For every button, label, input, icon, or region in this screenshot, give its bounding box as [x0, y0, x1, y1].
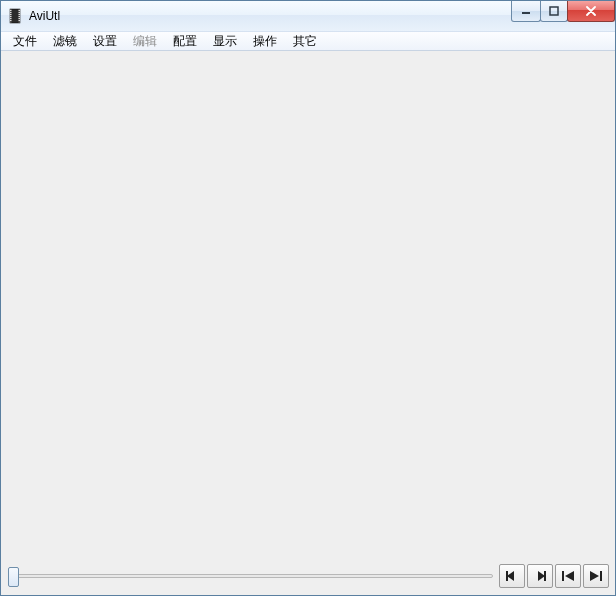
menu-filter[interactable]: 滤镜 [45, 31, 85, 52]
svg-rect-16 [550, 7, 558, 15]
svg-rect-8 [10, 20, 12, 21]
seek-thumb[interactable] [8, 567, 19, 587]
skip-end-button[interactable] [583, 564, 609, 588]
step-forward-icon [533, 570, 547, 582]
svg-rect-5 [10, 14, 12, 15]
titlebar[interactable]: AviUtl [1, 1, 615, 31]
svg-rect-18 [506, 571, 508, 581]
menu-edit[interactable]: 编辑 [125, 31, 165, 52]
transport-bar [7, 559, 609, 589]
skip-end-icon [589, 570, 603, 582]
menubar: 文件 滤镜 设置 编辑 配置 显示 操作 其它 [1, 31, 615, 51]
svg-rect-12 [19, 16, 21, 17]
svg-rect-14 [19, 20, 21, 21]
client-area [1, 51, 615, 595]
step-back-button[interactable] [499, 564, 525, 588]
svg-rect-11 [19, 14, 21, 15]
window-title: AviUtl [29, 9, 60, 23]
svg-marker-19 [538, 571, 545, 581]
seek-track [9, 574, 493, 578]
preview-canvas [7, 53, 609, 559]
svg-rect-4 [10, 12, 12, 13]
app-icon [7, 8, 23, 24]
frame-nav-buttons [499, 564, 609, 588]
menu-settings[interactable]: 设置 [85, 31, 125, 52]
svg-rect-20 [544, 571, 546, 581]
svg-rect-9 [19, 10, 21, 11]
step-forward-button[interactable] [527, 564, 553, 588]
svg-rect-15 [522, 12, 530, 14]
svg-marker-23 [590, 571, 599, 581]
app-window: AviUtl 文件 滤镜 设置 编辑 配置 显示 操作 其它 [0, 0, 616, 596]
svg-rect-24 [600, 571, 602, 581]
seek-slider[interactable] [7, 565, 495, 587]
skip-start-button[interactable] [555, 564, 581, 588]
svg-rect-6 [10, 16, 12, 17]
window-controls [512, 1, 615, 22]
close-button[interactable] [567, 1, 615, 22]
svg-rect-3 [10, 10, 12, 11]
svg-rect-21 [562, 571, 564, 581]
menu-operation[interactable]: 操作 [245, 31, 285, 52]
menu-file[interactable]: 文件 [5, 31, 45, 52]
menu-view[interactable]: 显示 [205, 31, 245, 52]
minimize-button[interactable] [511, 1, 541, 22]
skip-start-icon [561, 570, 575, 582]
svg-rect-10 [19, 12, 21, 13]
svg-rect-13 [19, 18, 21, 19]
maximize-button[interactable] [540, 1, 568, 22]
menu-profile[interactable]: 配置 [165, 31, 205, 52]
svg-marker-17 [507, 571, 514, 581]
step-back-icon [505, 570, 519, 582]
svg-rect-7 [10, 18, 12, 19]
svg-marker-22 [565, 571, 574, 581]
menu-other[interactable]: 其它 [285, 31, 325, 52]
